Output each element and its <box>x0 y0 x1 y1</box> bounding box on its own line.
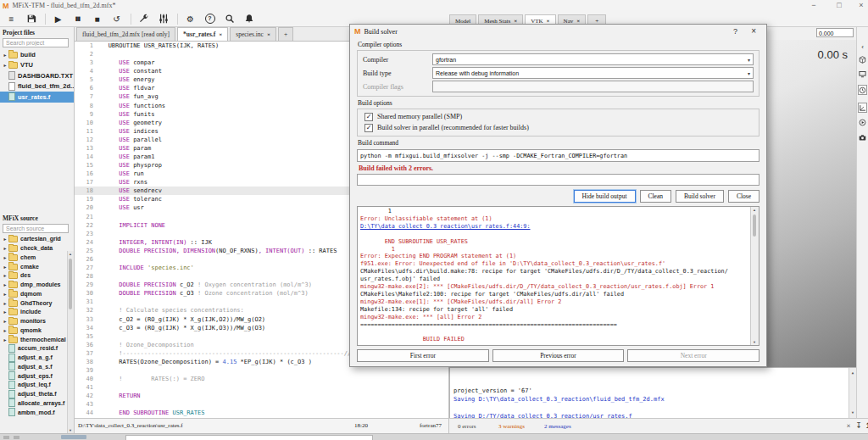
clear-console-icon[interactable]: × <box>844 421 853 430</box>
expand-icon[interactable]: ▸ <box>2 264 8 270</box>
build-output-console[interactable]: 1Error: Unclassifiable statement at (1)D… <box>357 206 760 346</box>
compiler-flags-input[interactable] <box>432 81 754 92</box>
warning-count[interactable]: 3 warnings <box>498 423 525 430</box>
message-console[interactable]: project_version = '67'Saving D:\TY\data_… <box>449 367 856 418</box>
toolbar-search-icon[interactable] <box>222 13 236 25</box>
toolbar-save-icon[interactable] <box>24 13 38 25</box>
tree-item-adjust-theta-f[interactable]: adjust_theta.f <box>0 389 74 398</box>
tree-item-adjust-a-s-f[interactable]: adjust_a_s.f <box>0 362 74 371</box>
tree-item-thermochemical[interactable]: ▸thermochemical <box>0 335 74 344</box>
tab-usr-rates-f[interactable]: *usr_rates.f× <box>177 27 228 41</box>
toolbar-build-icon[interactable] <box>136 13 151 25</box>
show-display-icon[interactable] <box>858 69 867 79</box>
scroll-down-icon[interactable]: ▼ <box>850 409 855 417</box>
scroll-up-icon[interactable]: ▲ <box>752 208 757 212</box>
expand-icon[interactable]: ▸ <box>2 254 8 260</box>
dialog-close-icon[interactable]: × <box>751 26 756 36</box>
previous-error-button[interactable]: Previous error <box>492 349 625 362</box>
clean-button[interactable]: Clean <box>640 190 672 203</box>
expand-icon[interactable]: ▸ <box>2 52 8 58</box>
tree-item-check-data[interactable]: ▸check_data <box>0 243 74 253</box>
project-search-input[interactable] <box>3 38 69 47</box>
expand-icon[interactable]: ▸ <box>2 281 8 287</box>
tree-item-include[interactable]: ▸include <box>0 308 74 317</box>
tree-item-vtu[interactable]: ▸VTU <box>0 60 74 71</box>
language-mode[interactable]: fortran77 <box>420 422 442 429</box>
toolbar-reset-icon[interactable]: ↺ <box>109 13 124 25</box>
build-output-scrollbar[interactable]: ▲ ▼ <box>750 207 759 345</box>
tree-item-adjust-leq-f[interactable]: adjust_leq.f <box>0 381 74 390</box>
window-close-button[interactable]: × <box>853 0 868 11</box>
maximize-button[interactable]: □ <box>831 0 848 11</box>
scroll-up-icon[interactable]: ▲ <box>68 252 73 256</box>
first-error-button[interactable]: First error <box>357 349 489 362</box>
new-tab-button[interactable]: + <box>278 27 293 41</box>
tree-item-usr-rates-f[interactable]: usr_rates.f <box>0 92 74 103</box>
error-count[interactable]: 0 errors <box>458 423 476 430</box>
expand-icon[interactable]: ▸ <box>2 245 8 251</box>
scroll-up-icon[interactable]: ▲ <box>850 369 855 377</box>
time-controls-icon[interactable] <box>858 85 867 95</box>
compiler-select[interactable]: gfortran ▾ <box>432 53 754 65</box>
tree-item-monitors[interactable]: ▸monitors <box>0 316 74 326</box>
tree-item-dashboard-txt[interactable]: DASHBOARD.TXT <box>0 70 74 81</box>
scrollbar-thumb[interactable] <box>69 259 72 309</box>
build-type-select[interactable]: Release with debug information ▾ <box>432 67 754 79</box>
toolbar-run-icon[interactable]: ▶ <box>51 13 65 25</box>
checkbox-checked-icon[interactable]: ✓ <box>364 113 373 121</box>
tree-item-dmp-modules[interactable]: ▸dmp_modules <box>0 280 74 289</box>
dialog-help-button[interactable]: ? <box>733 27 737 36</box>
tree-item-ghdtheory[interactable]: ▸GhdTheory <box>0 298 74 308</box>
hide-build-output-button[interactable]: Hide build output <box>574 190 636 203</box>
expand-icon[interactable]: ▸ <box>2 300 8 306</box>
scroll-to-top-icon[interactable]: ↥ <box>864 421 868 430</box>
expand-icon[interactable]: ▸ <box>2 309 8 315</box>
checkbox-checked-icon[interactable]: ✓ <box>364 124 373 132</box>
dialog-close-button[interactable]: Close <box>728 190 760 203</box>
close-icon[interactable]: × <box>267 31 270 38</box>
error-location-link[interactable]: D:\TY\data_collect_0.3_reaction\usr_rate… <box>360 223 749 231</box>
expand-icon[interactable]: ▸ <box>2 272 8 278</box>
toolbar-parameters-icon[interactable] <box>156 13 170 25</box>
message-count[interactable]: 2 messages <box>544 423 571 430</box>
scrollbar-thumb[interactable] <box>753 214 756 237</box>
tree-item-cmake[interactable]: ▸cmake <box>0 262 74 271</box>
build-solver-button[interactable]: Build solver <box>676 190 724 203</box>
scroll-to-bottom-icon[interactable]: ↧ <box>854 421 863 430</box>
tree-item-accum-resid-f[interactable]: accum_resid.f <box>0 344 74 354</box>
expand-icon[interactable]: ▸ <box>2 318 8 324</box>
toolbar-stop-icon[interactable]: ■ <box>90 13 104 25</box>
toolbar-menu-icon[interactable]: ≡ <box>4 13 19 25</box>
build-command-field[interactable]: python -m mfixgui.build_mfixsolver -j --… <box>357 149 760 162</box>
console-scrollbar[interactable]: ▲ ▼ <box>849 368 856 418</box>
screenshot-camera-icon[interactable] <box>858 132 867 142</box>
minimize-button[interactable]: − <box>805 0 822 11</box>
toolbar-help-icon[interactable]: ? <box>203 13 217 25</box>
tree-item-des[interactable]: ▸des <box>0 271 74 281</box>
vtk-time-field[interactable]: 0.000 <box>816 28 854 37</box>
toolbar-settings-icon[interactable]: ⚙ <box>183 13 198 25</box>
tab-species-inc[interactable]: species.inc× <box>230 27 276 41</box>
scroll-down-icon[interactable]: ▼ <box>752 340 757 344</box>
view-orientation-icon[interactable] <box>858 54 867 64</box>
tree-item-allocate-arrays-f[interactable]: allocate_arrays.f <box>0 398 74 408</box>
expand-icon[interactable]: ▸ <box>2 291 8 297</box>
tree-item-fluid-bed-tfm-2d[interactable]: fluid_bed_tfm_2d... <box>0 81 74 92</box>
axes-ruler-icon[interactable] <box>858 103 867 113</box>
source-tree-scrollbar[interactable]: ▲ ▼ <box>67 251 74 433</box>
expand-icon[interactable]: ▸ <box>2 236 8 242</box>
close-icon[interactable]: × <box>219 31 222 38</box>
tree-item-adjust-eps-f[interactable]: adjust_eps.f <box>0 371 74 381</box>
play-animation-icon[interactable] <box>858 117 867 127</box>
toolbar-pause-icon[interactable]: ▮▮ <box>70 13 85 25</box>
expand-icon[interactable]: ▸ <box>2 337 8 343</box>
expand-icon[interactable]: ▸ <box>2 327 8 333</box>
tree-item-cartesian-grid[interactable]: ▸cartesian_grid <box>0 235 74 244</box>
source-search-input[interactable] <box>3 224 69 233</box>
toolbar-alerts-icon[interactable] <box>242 13 256 25</box>
tree-item-build[interactable]: ▸build <box>0 49 74 60</box>
tree-item-qmomk[interactable]: ▸qmomk <box>0 326 74 335</box>
tree-item-chem[interactable]: ▸chem <box>0 253 74 262</box>
expand-icon[interactable]: ▸ <box>2 62 8 68</box>
tree-item-ambm-mod-f[interactable]: ambm_mod.f <box>0 408 74 417</box>
